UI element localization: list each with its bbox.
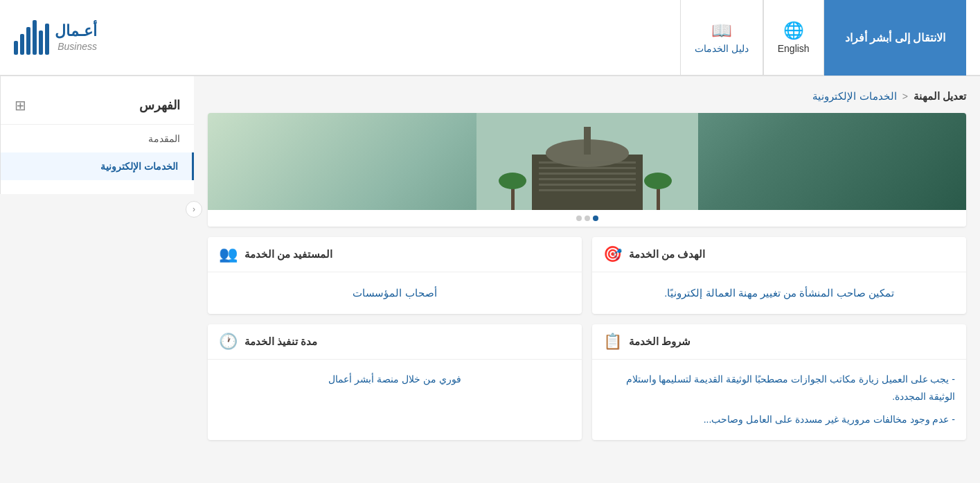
guide-button[interactable]: 📖 دليل الخدمات: [680, 0, 763, 76]
hero-dot-active: [593, 216, 598, 221]
duration-card-title: مدة تنفيذ الخدمة: [244, 335, 317, 348]
second-cards-row: شروط الخدمة 📋 - يجب على العميل زيارة مكا…: [208, 324, 966, 440]
absher-afrad-button[interactable]: الانتقال إلى أبشر أفراد: [824, 0, 966, 76]
beneficiary-card-title: المستفيد من الخدمة: [244, 248, 332, 261]
conditions-line-1: - يجب على العميل زيارة مكاتب الجوازات مص…: [603, 371, 955, 405]
main-header: أعـمال Business 📖 دليل الخدمات 🌐 English…: [0, 0, 980, 76]
hero-dot-3: [576, 216, 582, 221]
logo-bars-icon: [14, 20, 49, 55]
svg-rect-8: [539, 178, 636, 180]
duration-card: مدة تنفيذ الخدمة 🕐 فوري من خلال منصة أبش…: [208, 324, 582, 440]
globe-icon: 🌐: [783, 21, 804, 40]
svg-rect-10: [539, 189, 636, 191]
logo-text: أعـمال Business: [55, 22, 97, 52]
sidebar-title: الفهرس: [139, 98, 180, 113]
book-icon: 📖: [711, 21, 732, 40]
breadcrumb-link[interactable]: الخدمات الإلكترونية: [812, 90, 896, 103]
conditions-card: شروط الخدمة 📋 - يجب على العميل زيارة مكا…: [592, 324, 966, 440]
goal-card-body: تمكين صاحب المنشأة من تغيير مهنة العمالة…: [592, 272, 966, 314]
svg-rect-4: [584, 127, 591, 155]
english-label: English: [778, 43, 810, 54]
info-cards-row: الهدف من الخدمة 🎯 تمكين صاحب المنشأة من …: [208, 237, 966, 314]
sidebar-header: الفهرس ⊞: [1, 90, 194, 125]
sidebar-item-intro-label: المقدمة: [148, 133, 180, 144]
logo-english-text: Business: [57, 41, 97, 53]
people-icon: 👥: [219, 245, 238, 263]
content-area: تعديل المهنة < الخدمات الإلكترونية: [194, 76, 980, 483]
hero-dot-2: [585, 216, 590, 221]
header-nav: 📖 دليل الخدمات 🌐 English الانتقال إلى أب…: [680, 0, 966, 76]
main-container: تعديل المهنة < الخدمات الإلكترونية: [0, 76, 980, 483]
sidebar-collapse-button[interactable]: ‹: [186, 201, 202, 218]
goal-card-title: الهدف من الخدمة: [629, 248, 705, 261]
duration-card-body: فوري من خلال منصة أبشر أعمال: [208, 360, 582, 399]
svg-rect-6: [539, 167, 636, 169]
svg-point-12: [499, 173, 526, 189]
guide-label: دليل الخدمات: [695, 43, 749, 54]
breadcrumb-separator: <: [902, 91, 908, 102]
english-button[interactable]: 🌐 English: [763, 0, 824, 76]
logo-block: أعـمال Business: [14, 20, 97, 55]
goal-icon: 🎯: [603, 245, 622, 263]
sidebar-item-eservices-label: الخدمات الإلكترونية: [100, 161, 178, 172]
beneficiary-card-body: أصحاب المؤسسات: [208, 272, 582, 314]
sidebar-item-intro[interactable]: المقدمة: [1, 125, 194, 152]
logo-arabic-text: أعـمال: [55, 22, 97, 40]
sidebar-wrapper: الفهرس ⊞ المقدمة الخدمات الإلكترونية ‹: [0, 76, 194, 483]
conditions-card-header: شروط الخدمة 📋: [592, 324, 966, 360]
goal-card-header: الهدف من الخدمة 🎯: [592, 237, 966, 272]
hero-image: [208, 113, 966, 210]
conditions-card-title: شروط الخدمة: [629, 335, 691, 348]
svg-rect-5: [539, 161, 636, 164]
filter-icon: ⊞: [15, 97, 26, 114]
beneficiary-card: المستفيد من الخدمة 👥 أصحاب المؤسسات: [208, 237, 582, 314]
conditions-line-2: - عدم وجود مخالفات مرورية غير مسددة على …: [603, 411, 955, 428]
hero-dot-indicator: [208, 210, 966, 227]
breadcrumb: تعديل المهنة < الخدمات الإلكترونية: [208, 90, 966, 103]
sidebar: الفهرس ⊞ المقدمة الخدمات الإلكترونية: [0, 76, 194, 194]
conditions-icon: 📋: [603, 333, 622, 351]
beneficiary-card-header: المستفيد من الخدمة 👥: [208, 237, 582, 272]
conditions-card-body: - يجب على العميل زيارة مكاتب الجوازات مص…: [592, 360, 966, 440]
absher-afrad-label: الانتقال إلى أبشر أفراد: [845, 31, 945, 44]
svg-point-14: [644, 173, 672, 189]
svg-rect-9: [539, 184, 636, 186]
sidebar-item-eservices[interactable]: الخدمات الإلكترونية: [1, 152, 194, 180]
chevron-left-icon: ‹: [193, 204, 195, 214]
duration-card-header: مدة تنفيذ الخدمة 🕐: [208, 324, 582, 360]
svg-rect-7: [539, 173, 636, 175]
breadcrumb-current: تعديل المهنة: [914, 90, 966, 103]
building-svg: [476, 113, 698, 210]
duration-line-1: فوري من خلال منصة أبشر أعمال: [328, 374, 461, 385]
hero-card: [208, 113, 966, 227]
clock-icon: 🕐: [219, 333, 238, 351]
goal-card: الهدف من الخدمة 🎯 تمكين صاحب المنشأة من …: [592, 237, 966, 314]
